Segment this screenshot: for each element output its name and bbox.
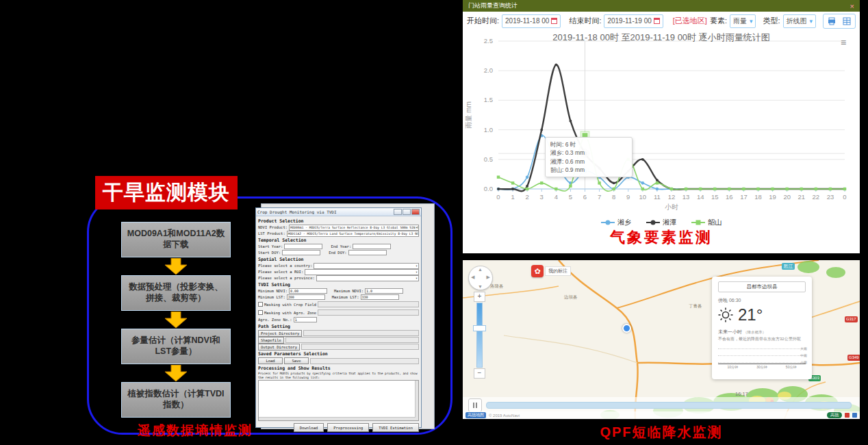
horizontal-scrollbar[interactable]	[259, 417, 416, 420]
qpf-map[interactable]: ▲ ▼ ◀ ▶ + − ✿ 我的标注 洛隆县 边坝县 丁青县 G317 G349…	[463, 260, 860, 419]
tvdi-titlebar[interactable]: Crop Drought Monitoring via TVDI	[256, 208, 421, 216]
shapefile-path	[285, 337, 419, 343]
mask-crop-label: Masking with Crop Field	[264, 303, 316, 307]
map-attribution: 高德地图 © 2019 AutoNavi 高德	[463, 411, 860, 419]
lst-product-select[interactable]: MOD11A2 - MODIS/Terra Land Surface Tempe…	[287, 231, 419, 237]
legend-item[interactable]: 韶山	[691, 218, 722, 227]
autonavi-logo: 高德	[827, 412, 842, 418]
drought-module-title: 干旱监测模块	[95, 176, 238, 209]
element-select[interactable]: 雨量 ▾	[730, 14, 756, 28]
pan-left-icon[interactable]: ◀	[471, 275, 474, 280]
close-icon[interactable]	[411, 209, 420, 215]
min-ndvi-input[interactable]: 0.00	[289, 288, 327, 294]
province-select[interactable]	[316, 275, 419, 281]
close-icon[interactable]: ×	[850, 2, 854, 10]
pan-down-icon[interactable]: ▼	[478, 284, 483, 289]
type-select[interactable]: 折线图 ▾	[783, 14, 817, 28]
level-light: 小雨	[800, 360, 807, 364]
zoom-slider-handle[interactable]	[473, 325, 486, 331]
rain-stats-window: 门站雨量查询统计 × 开始时间: 2019-11-18 00 结束时间: 201…	[463, 0, 860, 253]
forecast-note: （降水概率）	[743, 330, 766, 334]
tvdi-window-title: Crop Drought Monitoring via TVDI	[257, 209, 393, 214]
marker-icon[interactable]: ✿	[531, 265, 544, 277]
zoom-in-button[interactable]: +	[474, 292, 485, 302]
type-value: 折线图	[787, 16, 807, 26]
save-button[interactable]: Save	[284, 357, 309, 364]
pause-button[interactable]	[468, 398, 482, 412]
start-doy-input[interactable]	[282, 250, 320, 255]
svg-text:小时: 小时	[665, 203, 678, 211]
svg-text:19: 19	[769, 193, 776, 201]
calendar-icon[interactable]	[551, 18, 557, 24]
town-label: 洛隆县	[490, 283, 504, 290]
section-product-selection: Product Selection	[258, 218, 419, 224]
roi-select[interactable]	[305, 269, 419, 275]
map-marker[interactable]: ✿ 我的标注	[531, 265, 571, 277]
start-year-input[interactable]	[284, 244, 322, 249]
printer-icon[interactable]	[828, 17, 836, 25]
end-time-input[interactable]: 2019-11-19 00	[604, 14, 663, 28]
calendar-icon[interactable]	[654, 18, 660, 24]
agro-no-input[interactable]: 1	[294, 317, 317, 322]
weather-card-location[interactable]: 昌都市边坝县	[718, 281, 806, 292]
chevron-down-icon: ▾	[750, 18, 753, 25]
min-lst-label: Minimum LST:	[258, 295, 285, 299]
svg-text:1.0: 1.0	[484, 126, 493, 134]
axis-10min: 10分钟	[728, 365, 739, 369]
minimize-icon[interactable]	[394, 209, 402, 215]
select-province-label: Please select a province:	[258, 276, 315, 280]
selected-region-link[interactable]: [已选地区]	[673, 16, 707, 26]
results-list[interactable]	[258, 380, 419, 421]
map-pan-control[interactable]: ▲ ▼ ◀ ▶	[468, 266, 493, 290]
legend-label: 韶山	[708, 218, 722, 227]
svg-text:7: 7	[598, 193, 601, 201]
mask-agro-checkbox[interactable]	[258, 310, 263, 315]
pan-right-icon[interactable]: ▶	[487, 275, 490, 280]
min-ndvi-label: Minimum NDVI:	[258, 289, 288, 293]
start-doy-label: Start DOY:	[258, 251, 281, 255]
weather-card: 昌都市边坝县 傍晚 06:30 21° 未来一小时 （降水概率） 不会有雨，最近…	[712, 277, 812, 379]
min-lst-input[interactable]: 200	[287, 294, 325, 300]
end-year-input[interactable]	[353, 244, 391, 249]
start-time-value: 2019-11-18 00	[505, 17, 549, 25]
output-directory-button[interactable]: Output Directory	[258, 344, 300, 351]
download-button[interactable]: Download	[294, 423, 324, 432]
toolbar-button-group[interactable]	[823, 14, 856, 29]
legend-item[interactable]: 湘潭	[646, 218, 676, 227]
table-icon[interactable]	[843, 17, 851, 25]
preprocessing-button[interactable]: Preprocessing	[327, 423, 369, 432]
shapefile-button[interactable]: Shapefile	[258, 337, 284, 344]
zoom-out-button[interactable]: −	[474, 368, 485, 379]
forecast-title: 未来一小时	[718, 329, 742, 334]
toolbox-menu-icon[interactable]: ≡	[841, 37, 846, 48]
country-select[interactable]	[314, 263, 419, 269]
load-button[interactable]: Load	[258, 357, 283, 364]
element-label: 要素:	[710, 16, 727, 26]
svg-text:17: 17	[740, 193, 748, 201]
start-time-input[interactable]: 2019-11-18 00	[502, 14, 561, 28]
axis-30min: 30分钟	[756, 365, 767, 369]
mask-crop-checkbox[interactable]	[258, 302, 263, 307]
end-time-value: 2019-11-19 00	[607, 17, 651, 25]
zoom-slider-track[interactable]	[476, 303, 483, 368]
rain-chart-svg[interactable]: 0.00.51.01.52.02.50123456789101112131415…	[463, 30, 860, 216]
flow-step-tvdi: 植被指数估计（计算TVDI指数）	[121, 382, 231, 418]
max-lst-input[interactable]: 330	[361, 294, 399, 300]
legend-item[interactable]: 湘乡	[601, 218, 631, 227]
pan-up-icon[interactable]: ▲	[478, 267, 483, 272]
project-directory-path	[303, 330, 419, 336]
time-progress-bar[interactable]	[486, 402, 852, 409]
svg-text:14: 14	[697, 193, 704, 201]
map-brand-tag[interactable]: 高德地图	[465, 412, 486, 418]
ndvi-product-select[interactable]: MOD09A1 - MODIS/Terra Surface Reflectanc…	[289, 225, 419, 231]
legend-marker-icon	[691, 220, 705, 225]
project-directory-button[interactable]: Project Directory	[258, 330, 302, 337]
tvdi-estimation-button[interactable]: TVDI Estimation	[372, 423, 419, 432]
end-doy-input[interactable]	[348, 250, 387, 255]
vertical-scrollbar[interactable]	[415, 381, 418, 420]
max-ndvi-input[interactable]: 1.0	[365, 288, 403, 294]
maximize-icon[interactable]	[403, 209, 411, 215]
town-label: 丁青县	[689, 303, 702, 309]
tooltip-xiangtan: 湘潭: 0.6 mm	[550, 157, 627, 166]
chart-title: 2019-11-18 00时 至2019-11-19 00时 逐小时雨量统计图	[463, 31, 860, 44]
